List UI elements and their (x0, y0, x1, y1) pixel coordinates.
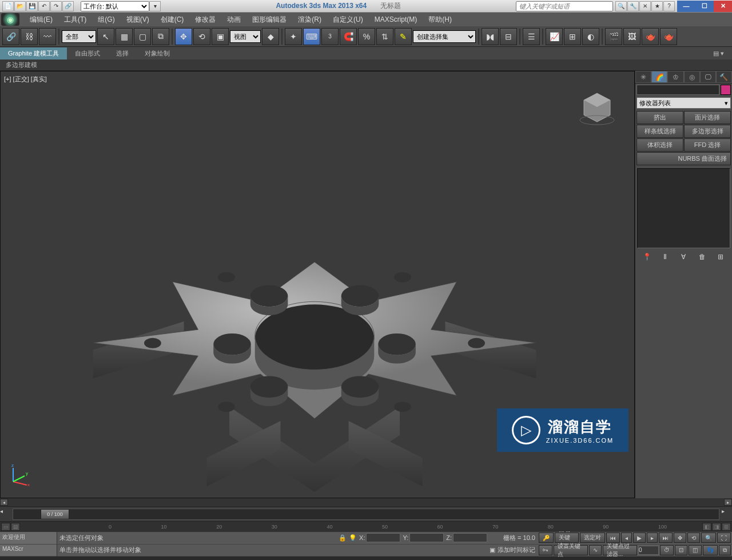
workspace-selector[interactable]: 工作台: 默认 (81, 1, 149, 11)
track-bar[interactable]: ▭ ▤ 0102030405060708090100 ◧ ◨ ⊞ (0, 521, 732, 531)
make-unique-icon[interactable]: ∀ (678, 251, 689, 263)
time-tag-label[interactable]: 添加时间标记 (498, 546, 535, 554)
angle-snap-icon[interactable]: 🧲 (340, 28, 357, 45)
viewport[interactable]: [+] [正交] [真实] (0, 71, 635, 498)
menu-group[interactable]: 组(G) (92, 15, 120, 25)
exchange-icon[interactable]: ✕ (639, 1, 651, 11)
align-icon[interactable]: ⊟ (500, 28, 517, 45)
mod-btn-nurbs[interactable]: NURBS 曲面选择 (636, 152, 731, 165)
select-name-icon[interactable]: ▦ (116, 28, 133, 45)
nav-orbit-icon[interactable]: ⟲ (687, 533, 700, 543)
rendered-frame-icon[interactable]: 🖼 (623, 28, 640, 45)
edit-named-sel-icon[interactable]: ✎ (395, 28, 412, 45)
material-editor-icon[interactable]: ◐ (582, 28, 599, 45)
time-thumb[interactable]: 0 / 100 (41, 509, 69, 519)
script-listener-icon[interactable]: ▣ (490, 546, 495, 554)
modify-tab-icon[interactable]: 🌈 (651, 71, 667, 83)
favorite-icon[interactable]: ★ (651, 1, 663, 11)
viewport-hscroll[interactable]: ◂ ▸ (0, 498, 732, 506)
select-object-icon[interactable]: ↖ (97, 28, 114, 45)
percent-snap-icon[interactable]: % (358, 28, 375, 45)
select-region-rect-icon[interactable]: ▢ (134, 28, 151, 45)
nav-walk-icon[interactable]: 👣 (703, 545, 718, 555)
named-selection-sets[interactable]: 创建选择集 (413, 30, 476, 43)
time-slider[interactable]: ◂ 0 / 100 ▸ (0, 506, 732, 521)
configure-sets-icon[interactable]: ⊞ (715, 251, 726, 263)
object-color-swatch[interactable] (721, 85, 731, 95)
mod-btn-patch-select[interactable]: 面片选择 (684, 111, 731, 124)
mod-btn-spline-select[interactable]: 样条线选择 (636, 125, 683, 138)
nav-zoom-extents-icon[interactable]: ⊡ (675, 545, 687, 555)
object-name-input[interactable] (636, 85, 719, 95)
select-scale-icon[interactable]: ▣ (212, 28, 229, 45)
window-close[interactable]: ✕ (714, 1, 732, 12)
curve-editor-icon[interactable]: 📈 (546, 28, 563, 45)
ribbon-tab-objectpaint[interactable]: 对象绘制 (137, 47, 178, 59)
menu-help[interactable]: 帮助(H) (423, 15, 458, 25)
modifier-stack[interactable] (637, 168, 730, 248)
layers-icon[interactable]: ☰ (523, 28, 540, 45)
timeline-next-icon[interactable]: ▸ (722, 508, 732, 521)
render-setup-icon[interactable]: 🎬 (605, 28, 622, 45)
utilities-tab-icon[interactable]: 🔨 (716, 71, 732, 83)
select-window-crossing-icon[interactable]: ⧉ (152, 28, 169, 45)
snap-toggle-3-icon[interactable]: 3 (321, 28, 339, 45)
play-icon[interactable]: ▶ (633, 533, 646, 543)
bind-spacewarp-icon[interactable]: 〰 (39, 28, 56, 45)
display-tab-icon[interactable]: 🖵 (700, 71, 716, 83)
communication-icon[interactable]: 🔧 (627, 1, 639, 11)
scroll-right-icon[interactable]: ▸ (724, 499, 732, 506)
nav-zoom-icon[interactable]: 🔍 (701, 533, 716, 543)
infocenter-search-icon[interactable]: 🔍 (615, 1, 627, 11)
new-icon[interactable]: 📄 (2, 1, 14, 11)
schematic-view-icon[interactable]: ⊞ (564, 28, 581, 45)
mod-btn-poly-select[interactable]: 多边形选择 (684, 125, 731, 138)
goto-start-icon[interactable]: ⏮ (606, 533, 620, 543)
select-move-icon[interactable]: ✥ (175, 28, 192, 45)
next-frame-icon[interactable]: ▸ (647, 533, 658, 543)
trackbar-cfg2-icon[interactable]: ◨ (712, 523, 721, 531)
timeline-prev-icon[interactable]: ◂ (0, 508, 10, 521)
nav-fov-icon[interactable]: ◫ (689, 545, 702, 555)
menu-rendering[interactable]: 渲染(R) (292, 15, 327, 25)
trackbar-open-icon[interactable]: ▤ (11, 523, 20, 531)
save-icon[interactable]: 💾 (26, 1, 38, 11)
select-rotate-icon[interactable]: ⟲ (193, 28, 210, 45)
render-production-icon[interactable]: 🫖 (642, 28, 659, 45)
trackbar-mini-icon[interactable]: ▭ (1, 523, 10, 531)
window-minimize[interactable]: — (677, 1, 695, 12)
mod-btn-ffd-select[interactable]: FFD 选择 (684, 138, 731, 152)
lock-icon[interactable]: 🔒 (339, 534, 347, 542)
open-icon[interactable]: 📂 (14, 1, 26, 11)
trackbar-cfg1-icon[interactable]: ◧ (702, 523, 711, 531)
render-iterative-icon[interactable]: 🫖 (660, 28, 677, 45)
app-logo-icon[interactable]: ◉ (1, 13, 19, 26)
key-mode-icon[interactable]: 🔑 (539, 533, 554, 543)
unlink-icon[interactable]: ⛓ (21, 28, 38, 45)
menu-tools[interactable]: 工具(T) (58, 15, 92, 25)
create-tab-icon[interactable]: ✳ (635, 71, 651, 83)
workspace-dropdown-icon[interactable]: ▾ (149, 1, 161, 11)
undo-icon[interactable]: ↶ (38, 1, 50, 11)
ribbon-expand-icon[interactable]: ▤ ▾ (705, 48, 732, 59)
use-pivot-center-icon[interactable]: ◆ (262, 28, 279, 45)
nav-pan-icon[interactable]: ✥ (674, 533, 686, 543)
status-maxscript[interactable]: MAXScr (0, 545, 57, 557)
ribbon-tab-graphite[interactable]: Graphite 建模工具 (0, 47, 67, 59)
modifier-list-dropdown[interactable]: 修改器列表▾ (636, 97, 731, 109)
menu-customize[interactable]: 自定义(U) (327, 15, 369, 25)
menu-maxscript[interactable]: MAXScript(M) (369, 15, 423, 23)
motion-tab-icon[interactable]: ◎ (684, 71, 700, 83)
menu-views[interactable]: 视图(V) (121, 15, 155, 25)
key-filters-button[interactable]: 关键点过滤器... (603, 545, 637, 555)
pin-stack-icon[interactable]: 📍 (641, 251, 653, 263)
current-frame-input[interactable] (638, 546, 659, 555)
viewport-label[interactable]: [+] [正交] [真实] (4, 75, 47, 84)
select-link-icon[interactable]: 🔗 (2, 28, 19, 45)
coord-y-input[interactable] (409, 533, 444, 542)
sub-ribbon-label[interactable]: 多边形建模 (6, 61, 37, 69)
scroll-left-icon[interactable]: ◂ (0, 499, 8, 506)
key-filters-curve-icon[interactable]: ∿ (589, 545, 602, 555)
isolate-icon[interactable]: 💡 (349, 534, 357, 542)
time-config-icon[interactable]: ⏱ (660, 545, 674, 555)
